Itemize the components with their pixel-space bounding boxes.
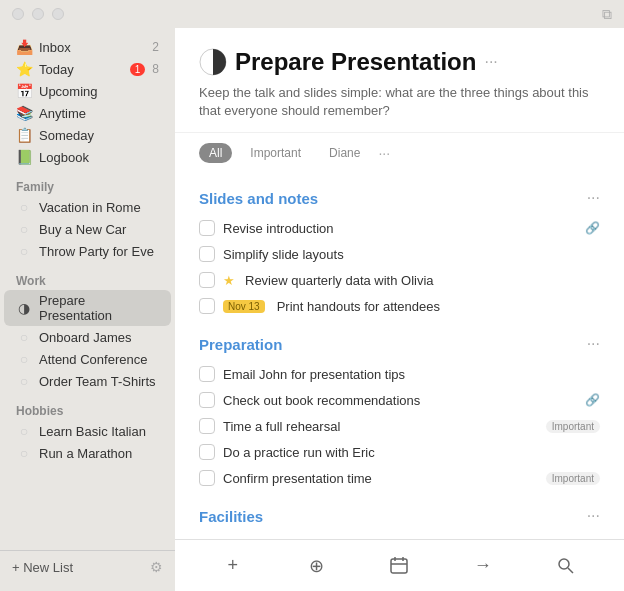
traffic-light-zoom[interactable] — [52, 8, 64, 20]
sidebar-item-throw-party[interactable]: ○ Throw Party for Eve — [4, 240, 171, 262]
task-checkbox[interactable] — [199, 418, 215, 434]
task-revise-introduction: Revise introduction 🔗 — [199, 215, 600, 241]
content-panel: Prepare Presentation ··· Keep the talk a… — [175, 28, 624, 591]
sidebar-item-order-tshirts[interactable]: ○ Order Team T-Shirts — [4, 370, 171, 392]
sidebar-item-vacation-rome[interactable]: ○ Vacation in Rome — [4, 196, 171, 218]
task-full-rehearsal: Time a full rehearsal Important — [199, 413, 600, 439]
window-copy-icon[interactable]: ⧉ — [602, 6, 612, 23]
new-list-label: + New List — [12, 560, 73, 575]
task-checkbox[interactable] — [199, 392, 215, 408]
order-tshirts-label: Order Team T-Shirts — [39, 374, 159, 389]
sidebar-item-upcoming[interactable]: 📅 Upcoming — [4, 80, 171, 102]
logbook-icon: 📗 — [16, 149, 32, 165]
task-link-icon: 🔗 — [585, 221, 600, 235]
onboard-james-label: Onboard James — [39, 330, 159, 345]
sidebar-item-onboard-james[interactable]: ○ Onboard James — [4, 326, 171, 348]
today-count: 8 — [152, 62, 159, 76]
settings-icon[interactable]: ⚙ — [150, 559, 163, 575]
sidebar-footer: + New List ⚙ — [0, 550, 175, 583]
marathon-label: Run a Marathon — [39, 446, 159, 461]
task-checkbox[interactable] — [199, 444, 215, 460]
facilities-section-header: Facilities ··· — [199, 491, 600, 533]
slides-section-more[interactable]: ··· — [587, 189, 600, 207]
task-label: Revise introduction — [223, 221, 577, 236]
someday-icon: 📋 — [16, 127, 32, 143]
preparation-section-more[interactable]: ··· — [587, 335, 600, 353]
navigate-button[interactable]: → — [465, 548, 501, 584]
sidebar-item-marathon[interactable]: ○ Run a Marathon — [4, 442, 171, 464]
filter-all[interactable]: All — [199, 143, 232, 163]
task-label: Time a full rehearsal — [223, 419, 538, 434]
task-label: Print handouts for attendees — [277, 299, 600, 314]
italian-icon: ○ — [16, 423, 32, 439]
search-icon — [557, 557, 575, 575]
family-section-header: Family — [0, 172, 175, 196]
bottom-bar: + ⊕ → — [175, 539, 624, 591]
sidebar-item-italian[interactable]: ○ Learn Basic Italian — [4, 420, 171, 442]
sidebar-item-anytime[interactable]: 📚 Anytime — [4, 102, 171, 124]
sidebar-item-logbook[interactable]: 📗 Logbook — [4, 146, 171, 168]
task-practice-eric: Do a practice run with Eric — [199, 439, 600, 465]
attend-conference-icon: ○ — [16, 351, 32, 367]
task-checkbox[interactable] — [199, 470, 215, 486]
svg-point-5 — [559, 559, 569, 569]
main-layout: 📥 Inbox 2 ⭐ Today 1 8 📅 Upcoming 📚 Anyti… — [0, 28, 624, 591]
traffic-light-close[interactable] — [12, 8, 24, 20]
important-tag: Important — [546, 420, 600, 433]
filter-bar: All Important Diane ··· — [175, 133, 624, 173]
inbox-count: 2 — [152, 40, 159, 54]
traffic-light-minimize[interactable] — [32, 8, 44, 20]
sidebar-item-attend-conference[interactable]: ○ Attend Conference — [4, 348, 171, 370]
content-body: Slides and notes ··· Revise introduction… — [175, 173, 624, 539]
task-icon — [199, 48, 227, 76]
facilities-section-more[interactable]: ··· — [587, 507, 600, 525]
task-checkbox[interactable] — [199, 272, 215, 288]
today-icon: ⭐ — [16, 61, 32, 77]
task-checkbox[interactable] — [199, 220, 215, 236]
prepare-presentation-label: Prepare Presentation — [39, 293, 159, 323]
filter-important[interactable]: Important — [240, 143, 311, 163]
content-header: Prepare Presentation ··· Keep the talk a… — [175, 28, 624, 133]
task-checkbox[interactable] — [199, 246, 215, 262]
task-print-handouts: Nov 13 Print handouts for attendees — [199, 293, 600, 319]
slides-section-title: Slides and notes — [199, 190, 318, 207]
work-section-header: Work — [0, 266, 175, 290]
task-label: Simplify slide layouts — [223, 247, 600, 262]
title-more-button[interactable]: ··· — [484, 53, 497, 71]
anytime-label: Anytime — [39, 106, 159, 121]
task-label: Check out book recommendations — [223, 393, 577, 408]
task-simplify-slides: Simplify slide layouts — [199, 241, 600, 267]
search-button[interactable] — [548, 548, 584, 584]
facilities-section-title: Facilities — [199, 508, 263, 525]
buy-car-icon: ○ — [16, 221, 32, 237]
calendar-button[interactable] — [381, 548, 417, 584]
inbox-label: Inbox — [39, 40, 145, 55]
task-date-badge: Nov 13 — [223, 300, 265, 313]
task-book-recommendations: Check out book recommendations 🔗 — [199, 387, 600, 413]
filter-more-button[interactable]: ··· — [378, 145, 390, 161]
task-checkbox[interactable] — [199, 298, 215, 314]
someday-label: Someday — [39, 128, 159, 143]
sidebar-item-buy-car[interactable]: ○ Buy a New Car — [4, 218, 171, 240]
star-icon: ★ — [223, 273, 235, 288]
sidebar-item-someday[interactable]: 📋 Someday — [4, 124, 171, 146]
vacation-rome-icon: ○ — [16, 199, 32, 215]
onboard-james-icon: ○ — [16, 329, 32, 345]
slides-section-header: Slides and notes ··· — [199, 173, 600, 215]
task-review-quarterly: ★ Review quarterly data with Olivia — [199, 267, 600, 293]
hobbies-section-header: Hobbies — [0, 396, 175, 420]
sidebar-item-inbox[interactable]: 📥 Inbox 2 — [4, 36, 171, 58]
logbook-label: Logbook — [39, 150, 159, 165]
add-reminder-button[interactable]: ⊕ — [298, 548, 334, 584]
new-list-button[interactable]: + New List — [12, 560, 73, 575]
task-email-john: Email John for presentation tips — [199, 361, 600, 387]
italian-label: Learn Basic Italian — [39, 424, 159, 439]
add-task-button[interactable]: + — [215, 548, 251, 584]
task-label: Do a practice run with Eric — [223, 445, 600, 460]
sidebar-item-prepare-presentation[interactable]: ◑ Prepare Presentation — [4, 290, 171, 326]
filter-diane[interactable]: Diane — [319, 143, 370, 163]
sidebar-item-today[interactable]: ⭐ Today 1 8 — [4, 58, 171, 80]
task-checkbox[interactable] — [199, 366, 215, 382]
upcoming-icon: 📅 — [16, 83, 32, 99]
title-row: Prepare Presentation ··· — [199, 48, 600, 76]
